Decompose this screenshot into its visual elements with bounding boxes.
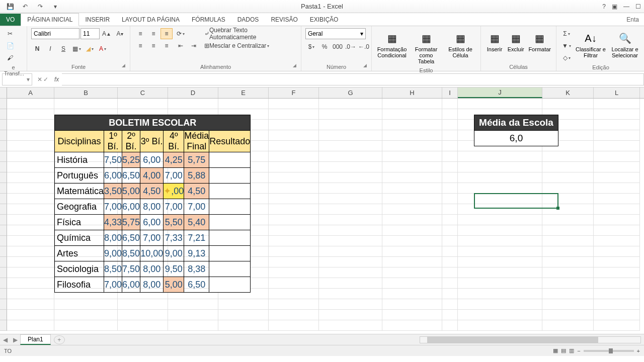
- discipline-cell[interactable]: Português: [55, 168, 104, 184]
- font-name-select[interactable]: [31, 28, 79, 39]
- data-cell[interactable]: 8,50: [122, 246, 140, 261]
- wrap-text-button[interactable]: ⤶ Quebrar Texto Automaticamente: [202, 28, 297, 39]
- add-sheet-button[interactable]: +: [54, 335, 65, 344]
- discipline-cell[interactable]: Sociologia: [55, 261, 104, 277]
- data-cell[interactable]: 8,00: [140, 277, 164, 293]
- format-as-table-button[interactable]: ▦Formatar como Tabela: [410, 28, 442, 66]
- indent-decrease[interactable]: ⇤: [175, 40, 187, 51]
- data-cell[interactable]: 6,00: [140, 152, 164, 168]
- data-cell[interactable]: 8,00: [140, 199, 164, 215]
- column-header-B[interactable]: B: [54, 87, 118, 98]
- data-cell[interactable]: 4,25: [164, 152, 184, 168]
- data-cell[interactable]: 8,50: [104, 261, 122, 277]
- sort-filter-button[interactable]: A↓Classificar e Filtrar: [575, 28, 607, 60]
- data-cell[interactable]: 3,50: [104, 184, 122, 199]
- discipline-cell[interactable]: Física: [55, 215, 104, 230]
- horizontal-scrollbar[interactable]: [420, 336, 641, 343]
- conditional-formatting-button[interactable]: ▦Formatação Condicional: [376, 28, 408, 60]
- border-button[interactable]: ▦: [70, 43, 83, 54]
- data-cell[interactable]: 7,00: [164, 199, 184, 215]
- bold-button[interactable]: N: [31, 43, 43, 54]
- result-cell[interactable]: [209, 261, 251, 277]
- data-cell[interactable]: 4,33: [104, 215, 122, 230]
- formula-input[interactable]: [62, 73, 644, 85]
- font-color-button[interactable]: A: [97, 43, 109, 54]
- column-header-D[interactable]: D: [168, 87, 218, 98]
- percent-button[interactable]: %: [318, 41, 331, 52]
- data-cell[interactable]: 5,50: [164, 215, 184, 230]
- align-right[interactable]: ≡: [160, 40, 173, 51]
- result-cell[interactable]: [209, 199, 251, 215]
- fill-color-button[interactable]: ◢: [84, 43, 96, 54]
- data-cell[interactable]: 6,50: [122, 230, 140, 246]
- decrease-decimal[interactable]: ←.0: [358, 41, 370, 52]
- tab-review[interactable]: REVISÃO: [265, 14, 303, 26]
- zoom-slider[interactable]: [584, 350, 634, 352]
- orientation-button[interactable]: ⟳: [175, 28, 187, 39]
- data-cell[interactable]: 5,40: [184, 215, 209, 230]
- data-cell[interactable]: 5,00: [122, 184, 140, 199]
- data-cell[interactable]: 10,00: [140, 246, 164, 261]
- data-cell[interactable]: 9,50: [164, 261, 184, 277]
- data-cell[interactable]: 7,21: [184, 230, 209, 246]
- result-cell[interactable]: [209, 215, 251, 230]
- cancel-formula-icon[interactable]: ✕: [37, 76, 42, 83]
- tab-home[interactable]: PÁGINA INICIAL: [21, 13, 79, 26]
- tab-file[interactable]: VO: [0, 14, 21, 26]
- column-header-H[interactable]: H: [382, 87, 442, 98]
- discipline-cell[interactable]: Matemática: [55, 184, 104, 199]
- align-bottom[interactable]: ≡: [160, 28, 173, 39]
- minimize-button[interactable]: —: [623, 3, 629, 10]
- result-cell[interactable]: [209, 230, 251, 246]
- column-header-J[interactable]: J: [458, 87, 542, 98]
- number-format-select[interactable]: Geral▾: [305, 28, 366, 39]
- align-dialog-launcher[interactable]: ◢: [293, 63, 299, 69]
- paste-button[interactable]: 🖌: [4, 52, 16, 63]
- fill-button[interactable]: ▼: [560, 40, 573, 51]
- column-header-A[interactable]: A: [7, 87, 54, 98]
- comma-button[interactable]: 000: [332, 41, 344, 52]
- view-normal-icon[interactable]: ▦: [553, 347, 558, 354]
- spreadsheet-grid[interactable]: ABCDEFGHIJKL BOLETIM ESCOLAR Disciplinas…: [0, 87, 644, 334]
- data-cell[interactable]: 8,00: [104, 230, 122, 246]
- data-cell[interactable]: 7,00: [140, 230, 164, 246]
- clear-button[interactable]: ◇: [560, 52, 573, 63]
- align-middle[interactable]: ≡: [147, 28, 159, 39]
- column-header-C[interactable]: C: [118, 87, 168, 98]
- sheet-tab-plan1[interactable]: Plan1: [20, 334, 51, 345]
- tab-data[interactable]: DADOS: [231, 14, 265, 26]
- help-button[interactable]: ?: [602, 3, 606, 10]
- data-cell[interactable]: 6,00: [122, 277, 140, 293]
- merge-center-button[interactable]: ⊞ Mesclar e Centralizar: [202, 40, 297, 51]
- data-cell[interactable]: 9,00: [104, 246, 122, 261]
- fx-icon[interactable]: fx: [51, 76, 62, 83]
- data-cell[interactable]: 7,00: [184, 199, 209, 215]
- column-header-E[interactable]: E: [218, 87, 269, 98]
- align-top[interactable]: ≡: [134, 28, 146, 39]
- view-layout-icon[interactable]: ▤: [561, 347, 566, 354]
- increase-font-button[interactable]: A▲: [101, 28, 113, 39]
- data-cell[interactable]: 6,50: [184, 277, 209, 293]
- decrease-font-button[interactable]: A▾: [114, 28, 126, 39]
- data-cell[interactable]: 8,38: [184, 261, 209, 277]
- save-button[interactable]: 💾: [3, 1, 17, 13]
- number-dialog-launcher[interactable]: ◢: [363, 63, 369, 69]
- data-cell[interactable]: ✦,00: [164, 184, 184, 199]
- sheet-nav-next[interactable]: ▶: [10, 336, 20, 343]
- font-dialog-launcher[interactable]: ◢: [122, 63, 128, 69]
- data-cell[interactable]: 7,00: [104, 277, 122, 293]
- data-cell[interactable]: 4,00: [140, 168, 164, 184]
- data-cell[interactable]: 5,00: [164, 277, 184, 293]
- ribbon-options-button[interactable]: ▣: [612, 3, 617, 10]
- find-select-button[interactable]: 🔍Localizar e Selecionar: [609, 28, 641, 60]
- italic-button[interactable]: I: [44, 43, 56, 54]
- tab-formulas[interactable]: FÓRMULAS: [186, 14, 231, 26]
- data-cell[interactable]: 7,50: [104, 152, 122, 168]
- discipline-cell[interactable]: Artes: [55, 246, 104, 261]
- data-cell[interactable]: 7,33: [164, 230, 184, 246]
- data-cell[interactable]: 6,50: [122, 168, 140, 184]
- data-cell[interactable]: 5,88: [184, 168, 209, 184]
- enter-formula-icon[interactable]: ✓: [43, 76, 48, 83]
- result-cell[interactable]: [209, 277, 251, 293]
- maximize-button[interactable]: ☐: [635, 3, 641, 10]
